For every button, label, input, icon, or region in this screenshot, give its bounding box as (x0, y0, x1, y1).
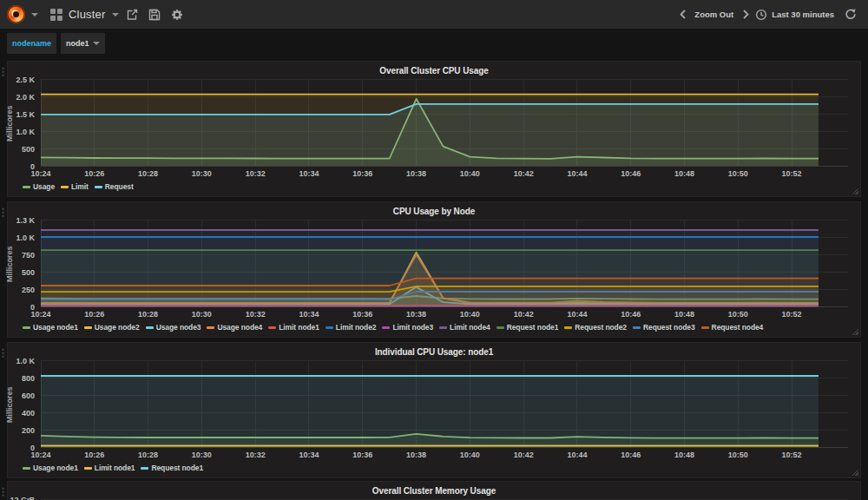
refresh-button[interactable] (842, 3, 858, 26)
zoom-out-right-button[interactable] (738, 3, 753, 26)
legend-series-color (382, 326, 390, 329)
panel-title-cpu-usage-by-node[interactable]: CPU Usage by Node (8, 202, 860, 218)
chart-individual-cpu-usage-node1[interactable]: 02004006008001.0 K10:2410:2610:2810:3010… (8, 359, 860, 461)
save-button[interactable] (143, 3, 166, 26)
legend-series-color (633, 326, 641, 329)
legend-item[interactable]: Usage node4 (207, 323, 262, 332)
panel-resize-grip[interactable] (852, 188, 858, 194)
zoom-out-button[interactable]: Zoom Out (694, 10, 733, 19)
chart-overall-cluster-cpu-usage[interactable]: 05001.0 K1.5 K2.0 K2.5 K10:2410:2610:281… (8, 77, 860, 180)
panel-drag-handle[interactable]: ••• (2, 207, 4, 218)
chart-cpu-usage-by-node[interactable]: 02505007501.0 K1.3 K10:2410:2610:2810:30… (8, 218, 860, 320)
svg-text:10:38: 10:38 (406, 310, 426, 319)
chevron-down-icon (31, 13, 38, 16)
svg-text:500: 500 (22, 268, 35, 277)
svg-text:2.0 K: 2.0 K (16, 93, 35, 102)
variable-value-nodename[interactable]: node1 (61, 33, 105, 54)
panel-title-overall-cluster-cpu-usage[interactable]: Overall Cluster CPU Usage (8, 62, 860, 77)
legend-series-color (84, 467, 92, 470)
legend-item[interactable]: Request node2 (564, 323, 627, 332)
panel-title-individual-cpu-usage-node1[interactable]: Individual CPU Usage: node1 (8, 343, 860, 359)
legend-series-label: Usage node2 (95, 323, 140, 332)
legend-item[interactable]: Request node3 (633, 323, 695, 332)
legend-series-label: Request node4 (712, 323, 764, 332)
legend-series-label: Request node3 (643, 323, 695, 332)
panel-drag-handle[interactable]: ••• (2, 67, 4, 77)
legend-item[interactable]: Usage (23, 182, 55, 191)
svg-text:10:42: 10:42 (514, 310, 534, 319)
legend-item[interactable]: Request (95, 182, 134, 191)
gear-icon (170, 8, 184, 22)
svg-text:10:24: 10:24 (30, 310, 50, 319)
share-icon (125, 8, 139, 22)
svg-text:10:48: 10:48 (674, 310, 694, 319)
svg-text:10:48: 10:48 (674, 169, 694, 178)
svg-text:10:44: 10:44 (567, 310, 587, 319)
legend-series-color (23, 186, 30, 188)
svg-text:600: 600 (22, 391, 35, 400)
svg-text:10:46: 10:46 (621, 169, 641, 178)
legend-item[interactable]: Usage node3 (146, 323, 201, 332)
legend-series-color (23, 467, 30, 470)
svg-text:1.0 K: 1.0 K (16, 359, 35, 365)
legend-series-label: Limit node3 (392, 323, 433, 332)
legend-item[interactable]: Limit node3 (382, 323, 433, 332)
legend-series-label: Usage (33, 182, 55, 191)
svg-text:10:42: 10:42 (514, 169, 534, 178)
legend-series-color (268, 326, 276, 329)
svg-text:10:38: 10:38 (406, 169, 426, 178)
variable-label-nodename: nodename (7, 33, 56, 54)
panel-overall-cluster-cpu-usage: •••Overall Cluster CPU UsageMillicores05… (7, 61, 861, 197)
legend-item[interactable]: Usage node1 (23, 464, 78, 472)
legend-series-label: Request node1 (507, 323, 559, 332)
dashboard-grid-icon (50, 9, 62, 21)
clock-icon (755, 9, 767, 21)
legend-item[interactable]: Limit node1 (268, 323, 319, 332)
time-picker-button[interactable] (753, 3, 769, 26)
settings-button[interactable] (166, 3, 188, 26)
svg-text:10:26: 10:26 (84, 451, 104, 459)
zoom-out-left-button[interactable] (674, 3, 690, 26)
legend-item[interactable]: Request node1 (141, 464, 203, 472)
grafana-menu-button[interactable] (7, 5, 38, 23)
time-range-label[interactable]: Last 30 minutes (772, 10, 834, 19)
panel-drag-handle[interactable]: ••• (2, 348, 4, 359)
share-button[interactable] (121, 3, 143, 26)
svg-text:500: 500 (22, 145, 35, 154)
svg-text:10:28: 10:28 (138, 451, 158, 459)
svg-text:10:28: 10:28 (138, 310, 158, 319)
svg-text:1.0 K: 1.0 K (16, 234, 35, 242)
panel-title-overall-cluster-memory-usage[interactable]: Overall Cluster Memory Usage (8, 482, 860, 497)
legend-item[interactable]: Request node1 (496, 323, 559, 332)
legend-individual-cpu-usage-node1: Usage node1Limit node1Request node1 (23, 464, 860, 472)
chevron-down-icon (93, 42, 100, 45)
panel-drag-handle[interactable]: ••• (2, 487, 4, 497)
legend-item[interactable]: Limit node4 (439, 323, 490, 332)
svg-text:750: 750 (22, 251, 35, 260)
svg-text:10:28: 10:28 (138, 169, 158, 178)
panel-resize-grip[interactable] (852, 328, 858, 335)
panel-resize-grip[interactable] (852, 469, 858, 476)
dashboard-title: Cluster (69, 8, 106, 21)
svg-text:10:26: 10:26 (84, 310, 104, 319)
legend-item[interactable]: Request node4 (701, 323, 764, 332)
dashboard: •••Overall Cluster CPU UsageMillicores05… (0, 57, 868, 500)
legend-series-label: Limit node1 (279, 323, 319, 332)
legend-item[interactable]: Usage node2 (84, 323, 140, 332)
legend-item[interactable]: Limit (61, 182, 89, 191)
svg-text:10:46: 10:46 (621, 451, 641, 459)
legend-series-color (84, 326, 92, 329)
svg-text:10:40: 10:40 (460, 169, 480, 178)
legend-item[interactable]: Limit node1 (84, 464, 135, 472)
chevron-down-icon (112, 13, 119, 16)
svg-text:10:48: 10:48 (674, 451, 694, 459)
legend-item[interactable]: Usage node1 (23, 323, 78, 332)
legend-series-label: Usage node1 (33, 323, 78, 332)
legend-series-label: Request node2 (575, 323, 627, 332)
legend-series-label: Limit node1 (95, 464, 135, 472)
legend-item[interactable]: Limit node2 (326, 323, 377, 332)
refresh-icon (844, 8, 857, 21)
dashboard-picker[interactable]: Cluster (50, 8, 119, 21)
svg-text:10:52: 10:52 (782, 169, 802, 178)
svg-text:10:46: 10:46 (621, 310, 641, 319)
